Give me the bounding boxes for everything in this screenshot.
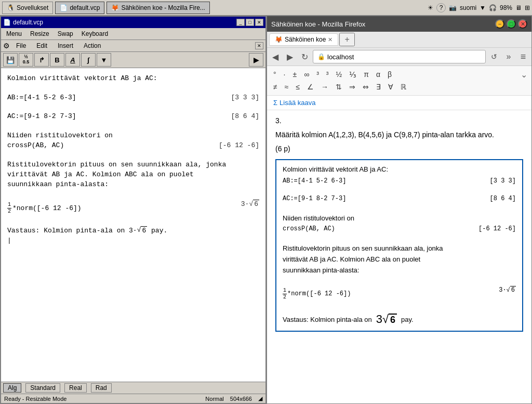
- bold-button[interactable]: B: [50, 53, 64, 67]
- question-number: 3.: [275, 116, 523, 125]
- sovellukset-label: Sovellukset: [17, 4, 48, 11]
- display-icon: 🖥: [515, 4, 522, 11]
- sym-degree[interactable]: °: [271, 69, 278, 80]
- vcp-statusbar: Ready - Resizable Mode Normal 504x666 ◢: [1, 394, 265, 403]
- sym-neq[interactable]: ≠: [271, 82, 280, 92]
- sym-angle[interactable]: ∠: [305, 82, 316, 92]
- sym-beta[interactable]: β: [385, 69, 394, 80]
- sym-arrow[interactable]: →: [319, 82, 330, 92]
- sym-forall[interactable]: ∀: [386, 82, 395, 92]
- sym-half[interactable]: ½: [334, 69, 344, 80]
- status-size: 504x666: [230, 396, 252, 402]
- content-line9: 12 *norm([-6 12 -6]) 3·√6: [7, 200, 259, 215]
- fraction-button[interactable]: ½0.5: [19, 53, 33, 67]
- content-line1: Kolmion virittävät vektorit AB ja AC:: [7, 74, 259, 82]
- content-line5: crossP(AB, AC) [-6 12 -6]: [7, 141, 259, 149]
- ff-maximize-button[interactable]: □: [507, 19, 516, 29]
- taskbar-firefox[interactable]: 🦊 Sähköinen koe - Mozilla Fire...: [107, 2, 209, 14]
- content-line3: AC:=[9-1 8-2 7-3] [8 6 4]: [7, 112, 259, 120]
- taskbar-vcp[interactable]: 📄 default.vcp: [55, 2, 104, 14]
- sym-infinity[interactable]: ∞: [302, 69, 311, 80]
- menu-edit[interactable]: Edit: [32, 41, 51, 50]
- integral-button[interactable]: ∫: [81, 53, 96, 67]
- ff-minimize-button[interactable]: −: [495, 19, 504, 29]
- vcp-window: 📄 default.vcp _ □ ✕ Menu Resize Swap Key…: [0, 16, 267, 404]
- sym-plusminus[interactable]: ±: [291, 69, 299, 80]
- sym-reals[interactable]: ℝ: [398, 82, 408, 92]
- dropdown-icon[interactable]: ▼: [480, 4, 486, 11]
- ff-active-tab[interactable]: 🦊 Sähköinen koe ✕: [269, 33, 338, 46]
- answer-norm-line: 12 *norm([-6 12 -6]) 3·√6: [283, 286, 516, 301]
- sym-approx[interactable]: ≈: [283, 82, 291, 92]
- answer-box: Kolmion virittävät vektorit AB ja AC: AB…: [275, 159, 523, 332]
- ff-reload-button[interactable]: ↺: [488, 50, 500, 63]
- menu-item-resize[interactable]: Resize: [26, 29, 54, 38]
- sym-leq[interactable]: ≤: [294, 82, 302, 92]
- vcp-minimize-button[interactable]: _: [236, 19, 245, 26]
- ff-url-bar[interactable]: 🔒 localhost: [313, 50, 486, 63]
- ff-hamburger-button[interactable]: ≡: [517, 50, 529, 63]
- cursor-line: |: [7, 237, 259, 244]
- ff-close-button[interactable]: ✕: [518, 19, 527, 29]
- vcp-close-button[interactable]: ✕: [255, 19, 263, 26]
- sym-pi[interactable]: π: [362, 69, 371, 80]
- sym-iff[interactable]: ⇔: [361, 82, 371, 92]
- menu-action[interactable]: Action: [79, 41, 105, 50]
- camera-icon[interactable]: 📷: [449, 4, 457, 11]
- ff-titlebar: Sähköinen koe - Mozilla Firefox − □ ✕: [267, 16, 531, 32]
- menu-item-keyboard[interactable]: Keyboard: [77, 29, 112, 38]
- lang-label: suomi: [460, 4, 476, 11]
- dropdown-button[interactable]: ▼: [97, 53, 111, 67]
- cursor-button[interactable]: ↱: [34, 53, 49, 67]
- symbols-row-2: ≠ ≈ ≤ ∠ → ⇅ ⇒ ⇔ ∃ ∀ ℝ: [271, 81, 527, 93]
- sym-implies[interactable]: ⇒: [347, 82, 357, 92]
- symbols-expand-icon[interactable]: ⌄: [521, 70, 527, 80]
- sym-updown[interactable]: ⇅: [334, 82, 344, 92]
- format-button[interactable]: A: [65, 53, 80, 67]
- answer-box-title: Kolmion virittävät vektorit AB ja AC:: [283, 165, 516, 173]
- mode-tab-real[interactable]: Real: [64, 383, 87, 393]
- main-layout: 📄 default.vcp _ □ ✕ Menu Resize Swap Key…: [0, 16, 532, 404]
- vcp-statusbar-right: Normal 504x666 ◢: [205, 395, 262, 402]
- menu-item-menu[interactable]: Menu: [2, 29, 26, 38]
- ff-tab-close[interactable]: ✕: [328, 36, 332, 43]
- sigma-icon: Σ: [273, 99, 277, 107]
- content-line2: AB:=[4-1 5-2 6-3] [3 3 3]: [7, 94, 259, 101]
- sym-exists[interactable]: ∃: [374, 82, 383, 92]
- help-icon[interactable]: ?: [436, 3, 446, 12]
- firefox-window: Sähköinen koe - Mozilla Firefox − □ ✕ 🦊 …: [267, 16, 532, 404]
- save-button[interactable]: 💾: [3, 53, 18, 67]
- grid-icon: ⊞: [525, 4, 530, 11]
- ff-refresh-button[interactable]: ↻: [298, 50, 311, 63]
- sym-third[interactable]: ⅓: [347, 69, 358, 80]
- vcp-close2-button[interactable]: ✕: [255, 42, 263, 49]
- sym-cubed1[interactable]: ³: [314, 69, 321, 80]
- menu-file[interactable]: File: [12, 41, 30, 50]
- vcp-maximize-button[interactable]: □: [246, 19, 254, 26]
- ff-back-button[interactable]: ◀: [269, 50, 282, 63]
- sym-cubed2[interactable]: ³: [324, 69, 331, 80]
- question-text: Määritä kolmion A(1,2,3), B(4,5,6) ja C(…: [275, 129, 523, 140]
- mode-tab-standard[interactable]: Standard: [25, 383, 60, 393]
- resize-icon: ◢: [258, 395, 262, 402]
- battery-label: 98%: [500, 4, 512, 11]
- vcp-content[interactable]: Kolmion virittävät vektorit AB ja AC: AB…: [1, 68, 265, 382]
- ff-new-tab-button[interactable]: +: [339, 33, 354, 46]
- taskbar-sovellukset[interactable]: 🐧 Sovellukset: [2, 2, 53, 14]
- arrow-right-button[interactable]: ▶: [249, 53, 263, 67]
- answer-rist2: virittävät AB ja AC. Kolmion ABC ala on …: [283, 255, 516, 263]
- ff-extensions-button[interactable]: »: [502, 50, 515, 63]
- mode-tab-rad[interactable]: Rad: [91, 383, 112, 393]
- menu-insert[interactable]: Insert: [54, 41, 77, 50]
- brightness-icon[interactable]: ☀: [428, 4, 433, 11]
- sym-dot[interactable]: ·: [282, 69, 288, 80]
- content-vastaus: Vastaus: Kolmion pinta-ala on 3·√6 pay.: [7, 226, 259, 234]
- vcp-window-title: default.vcp: [13, 19, 43, 26]
- add-formula-label: Lisää kaava: [280, 99, 315, 107]
- gear-icon[interactable]: ⚙: [3, 42, 10, 50]
- ff-forward-button[interactable]: ▶: [284, 50, 296, 63]
- add-formula-button[interactable]: Σ Lisää kaava: [267, 96, 531, 110]
- mode-tab-alg[interactable]: Alg: [3, 383, 21, 393]
- sym-alpha[interactable]: α: [374, 69, 382, 80]
- menu-item-swap[interactable]: Swap: [54, 29, 77, 38]
